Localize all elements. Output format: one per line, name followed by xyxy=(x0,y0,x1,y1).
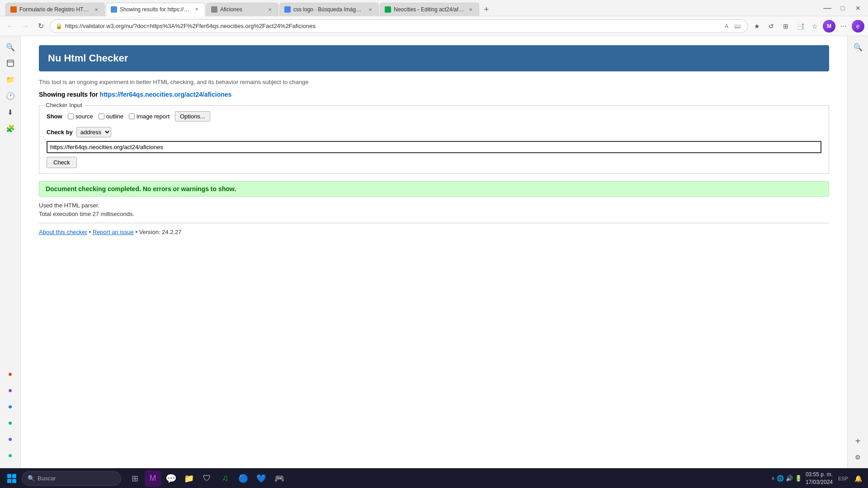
battery-icon[interactable]: 🔋 xyxy=(795,475,802,482)
sidebar-search-icon[interactable]: 🔍 xyxy=(3,40,18,54)
browser-window: Formulario de Registro HTML ✕ Showing re… xyxy=(0,0,868,488)
sidebar-tab-icon[interactable] xyxy=(3,56,18,70)
refresh-button[interactable]: ↻ xyxy=(34,20,47,33)
sidebar-icon-2[interactable]: ● xyxy=(3,383,18,398)
taskbar-app-5[interactable]: ♫ xyxy=(217,470,233,487)
tab-favicon-css-logo xyxy=(284,6,291,13)
maximize-btn[interactable]: □ xyxy=(836,2,849,14)
address-bar[interactable]: 🔒 https://validator.w3.org/nu/?doc=https… xyxy=(50,19,748,33)
tab-close-neocities[interactable]: ✕ xyxy=(467,6,474,13)
taskbar-app-8[interactable]: 🎮 xyxy=(271,470,288,487)
image-report-checkbox-label[interactable]: image report xyxy=(129,113,170,120)
showing-results-url[interactable]: https://fer64qs.neocities.org/act24/afic… xyxy=(100,91,232,98)
taskbar-app-2[interactable]: 💬 xyxy=(163,470,179,487)
content-area: 🔍 📁 🕐 ⬇ 🧩 ● ● ● ● ● ● xyxy=(0,36,868,468)
check-by-label: Check by xyxy=(47,129,73,136)
check-by-select[interactable]: address xyxy=(76,127,111,137)
outline-checkbox[interactable] xyxy=(99,113,104,119)
checker-title: Nu Html Checker xyxy=(48,52,820,64)
execution-time-text: Total execution time 27 milliseconds. xyxy=(39,211,829,217)
footer-divider xyxy=(39,223,829,223)
taskbar-app-3[interactable]: 📁 xyxy=(181,470,197,487)
source-checkbox-label[interactable]: source xyxy=(68,113,93,120)
profile-button[interactable]: M xyxy=(823,20,835,33)
browser-sidebar: 🔍 📁 🕐 ⬇ 🧩 ● ● ● ● ● ● xyxy=(0,36,21,468)
outline-checkbox-label[interactable]: outline xyxy=(99,113,123,120)
taskbar-search[interactable]: 🔍 Buscar xyxy=(22,471,121,486)
volume-icon[interactable]: 🔊 xyxy=(786,475,793,482)
sidebar-icon-5[interactable]: ● xyxy=(3,432,18,446)
sidebar-history-icon[interactable]: 🕐 xyxy=(3,89,18,103)
read-mode-icon[interactable]: 📖 xyxy=(733,22,742,31)
tab-bar: Formulario de Registro HTML ✕ Showing re… xyxy=(4,0,821,16)
search-icon: 🔍 xyxy=(28,475,35,482)
sidebar-icon-1[interactable]: ● xyxy=(3,367,18,381)
lang-display: ESP xyxy=(838,476,848,481)
search-placeholder: Buscar xyxy=(38,475,56,482)
sidebar-icon-3[interactable]: ● xyxy=(3,399,18,414)
translate-icon[interactable]: A xyxy=(722,22,731,31)
tab-showing-results[interactable]: Showing results for https://fer64... ✕ xyxy=(106,3,205,16)
about-checker-link[interactable]: About this checker xyxy=(39,229,87,235)
tab-close-aficiones[interactable]: ✕ xyxy=(266,6,274,13)
sidebar-bottom: ● ● ● ● ● ● xyxy=(3,367,18,465)
tab-neocities[interactable]: Neocities - Editing act24/aficion... ✕ xyxy=(380,3,479,16)
network-icon[interactable]: 🌐 xyxy=(777,475,784,482)
right-search-icon[interactable]: 🔍 xyxy=(851,40,865,54)
start-button[interactable] xyxy=(4,470,20,487)
show-label: Show xyxy=(47,113,62,120)
collections-icon[interactable]: 📑 xyxy=(794,20,807,33)
favorites-icon[interactable]: ★ xyxy=(750,20,763,33)
chevron-up-icon[interactable]: ∧ xyxy=(771,475,775,481)
tab-close-validator[interactable]: ✕ xyxy=(193,6,200,13)
url-input[interactable] xyxy=(47,141,821,153)
tab-favicon-aficiones xyxy=(211,6,217,13)
sidebar-extensions-icon[interactable]: 🧩 xyxy=(3,121,18,136)
app1-icon: M xyxy=(150,474,156,483)
options-button[interactable]: Options... xyxy=(175,111,210,122)
more-options-button[interactable]: ⋯ xyxy=(837,20,850,33)
showing-results-prefix: Showing results for xyxy=(39,91,100,98)
checker-subtitle: This tool is an ongoing experiment in be… xyxy=(39,79,829,85)
window-controls: — □ ✕ xyxy=(821,2,864,14)
tab-close-formulario[interactable]: ✕ xyxy=(93,6,100,13)
outline-label: outline xyxy=(106,113,123,120)
close-btn[interactable]: ✕ xyxy=(852,2,864,14)
windows-logo xyxy=(7,474,16,483)
favorites-bar-icon[interactable]: ☆ xyxy=(808,20,821,33)
taskbar-app-4[interactable]: 🛡 xyxy=(199,470,215,487)
check-button[interactable]: Check xyxy=(47,157,77,168)
notification-button[interactable]: 🔔 xyxy=(852,472,864,485)
sidebar-collections-icon[interactable]: 📁 xyxy=(3,72,18,87)
minimize-btn[interactable]: — xyxy=(821,2,834,14)
source-checkbox[interactable] xyxy=(68,113,74,119)
right-settings-icon[interactable]: ⚙ xyxy=(851,450,865,465)
new-tab-button[interactable]: + xyxy=(480,4,493,16)
tab-formulario[interactable]: Formulario de Registro HTML ✕ xyxy=(5,3,105,16)
sidebar-icon-4[interactable]: ● xyxy=(3,416,18,430)
back-button[interactable]: ← xyxy=(4,20,16,33)
tab-css-logo[interactable]: css logo · Búsqueda Imágenes ✕ xyxy=(279,3,379,16)
sidebar-icon-6[interactable]: ● xyxy=(3,448,18,463)
right-add-icon[interactable]: + xyxy=(851,434,865,448)
address-icons: A 📖 xyxy=(722,22,742,31)
source-label: source xyxy=(75,113,93,120)
taskbar-task-view[interactable]: ⊞ xyxy=(127,470,143,487)
image-report-checkbox[interactable] xyxy=(129,113,135,119)
taskbar: 🔍 Buscar ⊞ M 💬 📁 🛡 ♫ 🔵 💙 🎮 ∧ 🌐 🔊 🔋 xyxy=(0,468,868,488)
taskbar-app-6[interactable]: 🔵 xyxy=(235,470,251,487)
report-issue-link[interactable]: Report an issue xyxy=(93,229,134,235)
forward-button[interactable]: → xyxy=(19,20,32,33)
show-row: Show source outline image report Options… xyxy=(47,111,821,122)
tab-aficiones[interactable]: Aficiones ✕ xyxy=(206,3,278,16)
refresh-icon[interactable]: ↺ xyxy=(765,20,778,33)
checker-header: Nu Html Checker xyxy=(39,45,829,71)
tab-label-validator: Showing results for https://fer64... xyxy=(120,6,190,13)
edge-icon[interactable]: e xyxy=(852,20,864,33)
taskbar-app-1[interactable]: M xyxy=(145,470,161,487)
tab-close-css-logo[interactable]: ✕ xyxy=(367,6,374,13)
sidebar-downloads-icon[interactable]: ⬇ xyxy=(3,105,18,119)
taskbar-app-7[interactable]: 💙 xyxy=(253,470,269,487)
sidebar-toggle[interactable]: ⊞ xyxy=(779,20,792,33)
tab-label-css-logo: css logo · Búsqueda Imágenes xyxy=(293,6,364,13)
